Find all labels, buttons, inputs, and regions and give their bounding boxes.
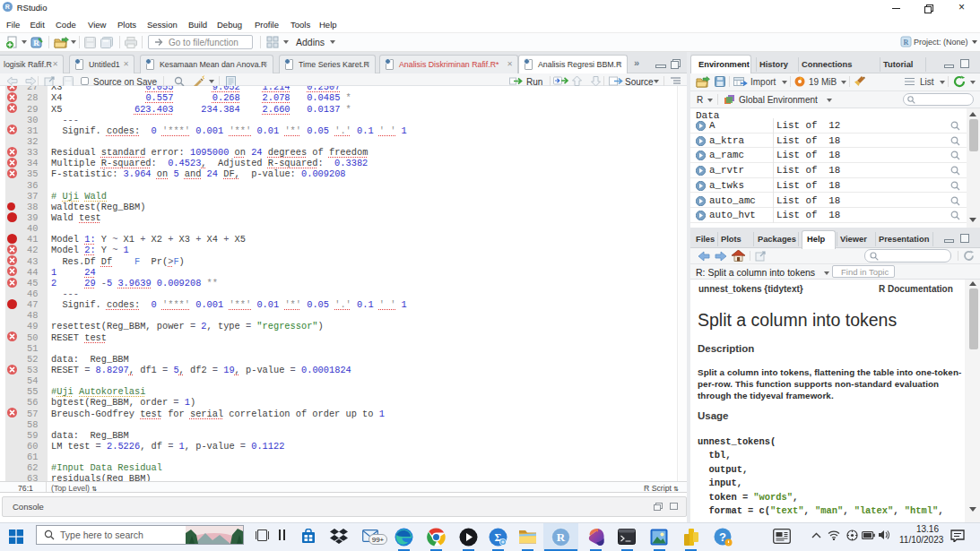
svg-text:R: R — [904, 39, 909, 47]
svg-text:R: R — [557, 530, 566, 544]
